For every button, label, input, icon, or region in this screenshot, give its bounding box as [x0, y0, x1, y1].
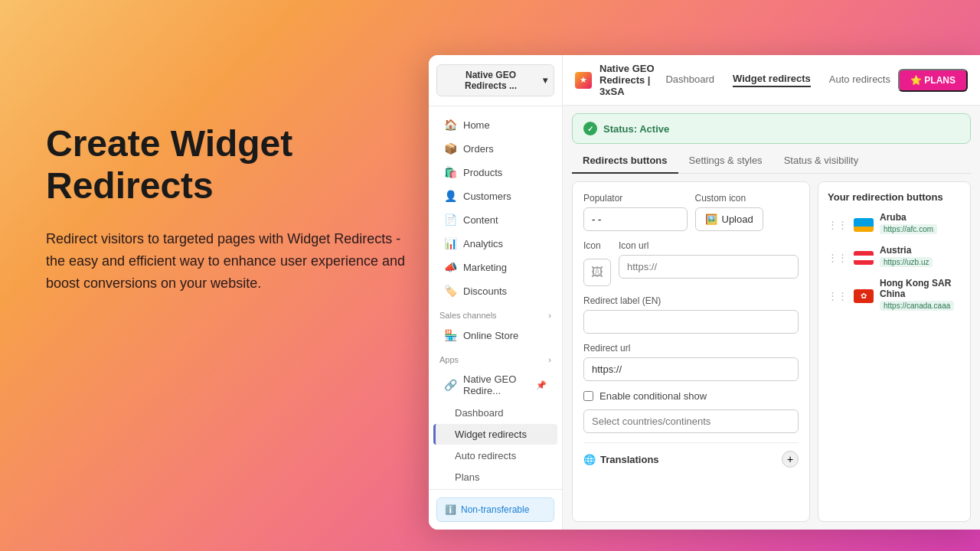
apps-label: Apps: [439, 355, 459, 364]
subnav-dashboard[interactable]: Dashboard: [433, 403, 557, 423]
subnav-widget-redirects-label: Widget redirects: [455, 429, 527, 440]
non-transferable-label: Non-transferable: [461, 504, 529, 515]
redirect-url-austria: https://uzb.uz: [880, 257, 933, 267]
conditional-show-checkbox[interactable]: [583, 391, 593, 401]
main-content: ★ Native GEO Redirects | 3xSA Dashboard …: [563, 55, 980, 530]
redirect-name-austria: Austria: [880, 245, 961, 256]
redirect-url-group: Redirect url: [583, 343, 799, 381]
products-icon: 🛍️: [444, 166, 457, 178]
redirect-label-input[interactable]: [583, 310, 799, 334]
subnav-plans[interactable]: Plans: [433, 467, 557, 487]
status-indicator: ✓: [583, 122, 597, 135]
sidebar-item-orders-label: Orders: [463, 143, 494, 155]
redirect-url-hongkong: https://canada.caaa: [880, 301, 954, 311]
redirect-url-aruba: https://afc.com: [880, 224, 937, 234]
icon-label: Icon: [583, 240, 611, 251]
sidebar-item-discounts[interactable]: 🏷️ Discounts: [433, 279, 557, 302]
flag-aruba: [854, 218, 874, 232]
redirect-info-aruba: Aruba https://afc.com: [880, 212, 961, 237]
sidebar-item-products[interactable]: 🛍️ Products: [433, 161, 557, 184]
app-icon: 🔗: [444, 379, 457, 391]
sidebar-item-home-label: Home: [463, 119, 490, 131]
redirect-name-aruba: Aruba: [880, 212, 961, 223]
translations-section: 🌐 Translations +: [583, 442, 799, 472]
redirect-name-hongkong: Hong Kong SAR China: [880, 278, 961, 299]
icon-group: Icon 🖼: [583, 240, 611, 286]
sidebar-item-products-label: Products: [463, 167, 502, 178]
content-tab-redirects-buttons[interactable]: Redirects buttons: [572, 148, 678, 174]
content-tab-settings-styles[interactable]: Settings & styles: [678, 148, 773, 174]
drag-handle-aruba[interactable]: ⋮⋮: [828, 219, 848, 230]
sidebar-item-content[interactable]: 📄 Content: [433, 208, 557, 231]
countries-input[interactable]: [583, 409, 799, 433]
apps-chevron-icon: ›: [548, 355, 551, 364]
sidebar-item-orders[interactable]: 📦 Orders: [433, 137, 557, 160]
marketing-icon: 📣: [444, 261, 457, 273]
redirect-item-aruba: ⋮⋮ Aruba https://afc.com: [828, 212, 961, 237]
sidebar-item-online-store[interactable]: 🏪 Online Store: [433, 324, 557, 347]
globe-icon: 🌐: [583, 454, 596, 465]
sidebar-item-app[interactable]: 🔗 Native GEO Redire... 📌: [433, 368, 557, 402]
populator-select[interactable]: - -: [583, 207, 688, 231]
redirect-label-en-label: Redirect label (EN): [583, 295, 799, 306]
sidebar-navigation: 🏠 Home 📦 Orders 🛍️ Products 👤 Customers …: [429, 106, 562, 489]
icon-preview: 🖼: [583, 259, 611, 286]
status-bar: ✓ Status: Active: [572, 113, 971, 144]
tab-auto-redirects[interactable]: Auto redirects: [829, 73, 890, 86]
redirect-info-austria: Austria https://uzb.uz: [880, 245, 961, 270]
redirect-item-hongkong: ⋮⋮ ✿ Hong Kong SAR China https://canada.…: [828, 278, 961, 314]
icon-url-input[interactable]: [619, 255, 799, 279]
subnav-auto-redirects[interactable]: Auto redirects: [433, 445, 557, 466]
status-text: Status: Active: [603, 123, 669, 135]
customers-icon: 👤: [444, 190, 457, 202]
content-icon: 📄: [444, 214, 457, 226]
icon-url-group: Icon url: [619, 240, 799, 286]
flag-austria: [854, 251, 874, 265]
top-nav-tabs: Dashboard Widget redirects Auto redirect…: [665, 73, 890, 87]
icon-url-label: Icon url: [619, 240, 799, 251]
apps-section: Apps ›: [429, 347, 562, 367]
sidebar-item-marketing-label: Marketing: [463, 262, 507, 273]
sidebar-item-online-store-label: Online Store: [463, 330, 518, 341]
sidebar-item-content-label: Content: [463, 214, 498, 226]
populator-label: Populator: [583, 193, 688, 204]
subnav-plans-label: Plans: [455, 471, 480, 483]
add-translation-button[interactable]: +: [782, 451, 799, 468]
translations-title: 🌐 Translations: [583, 454, 659, 465]
translations-label: Translations: [600, 454, 659, 465]
drag-handle-austria[interactable]: ⋮⋮: [828, 252, 848, 263]
redirect-info-hongkong: Hong Kong SAR China https://canada.caaa: [880, 278, 961, 314]
upload-label: Upload: [722, 214, 753, 225]
sidebar-item-marketing[interactable]: 📣 Marketing: [433, 256, 557, 279]
subnav-dashboard-label: Dashboard: [455, 407, 504, 419]
upload-icon: 🖼️: [705, 214, 717, 225]
sidebar: Native GEO Redirects ... ▾ 🏠 Home 📦 Orde…: [429, 55, 563, 530]
drag-handle-hongkong[interactable]: ⋮⋮: [828, 290, 848, 302]
redirect-url-label: Redirect url: [583, 343, 799, 354]
subnav-widget-redirects[interactable]: Widget redirects: [433, 424, 557, 445]
sidebar-item-customers[interactable]: 👤 Customers: [433, 184, 557, 207]
sidebar-item-home[interactable]: 🏠 Home: [433, 113, 557, 136]
upload-button[interactable]: 🖼️ Upload: [695, 207, 763, 231]
custom-icon-label: Custom icon: [695, 193, 799, 204]
non-transferable-badge: ℹ️ Non-transferable: [436, 497, 554, 522]
populator-row: Populator - - Custom icon 🖼️ Upload: [583, 193, 799, 231]
store-selector-dropdown[interactable]: Native GEO Redirects ... ▾: [436, 64, 554, 96]
content-tab-status-visibility[interactable]: Status & visibility: [773, 148, 870, 174]
chevron-icon: ›: [548, 311, 551, 320]
redirect-label-group: Redirect label (EN): [583, 295, 799, 334]
sidebar-item-analytics[interactable]: 📊 Analytics: [433, 232, 557, 255]
tab-dashboard[interactable]: Dashboard: [665, 73, 714, 86]
redirect-url-input[interactable]: [583, 357, 799, 381]
discounts-icon: 🏷️: [444, 285, 457, 297]
analytics-icon: 📊: [444, 237, 457, 249]
form-panel: Populator - - Custom icon 🖼️ Upload: [572, 181, 810, 522]
conditional-show-label[interactable]: Enable conditional show: [599, 390, 707, 402]
browser-window: Native GEO Redirects ... ▾ 🏠 Home 📦 Orde…: [429, 55, 980, 530]
store-selector-label: Native GEO Redirects ...: [443, 70, 538, 91]
tab-widget-redirects[interactable]: Widget redirects: [733, 73, 811, 87]
plans-button[interactable]: ⭐ PLANS: [898, 69, 968, 92]
sidebar-item-discounts-label: Discounts: [463, 285, 507, 297]
conditional-show-row: Enable conditional show: [583, 390, 799, 402]
orders-icon: 📦: [444, 142, 457, 155]
